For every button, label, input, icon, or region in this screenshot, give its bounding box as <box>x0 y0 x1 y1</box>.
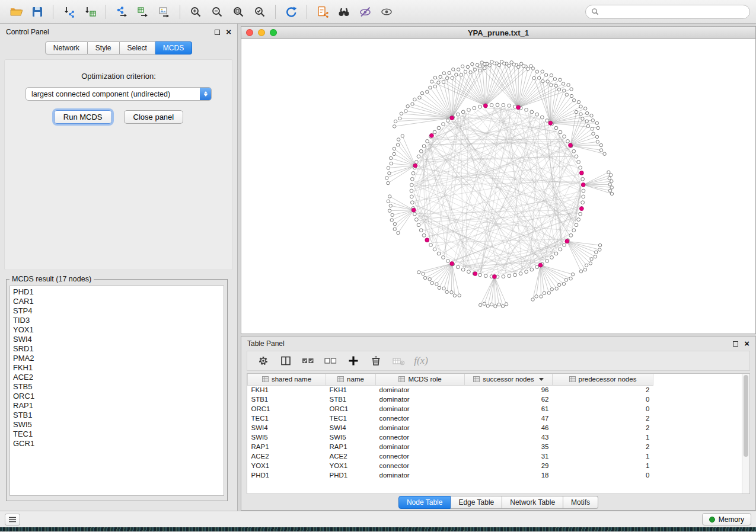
list-item[interactable]: GCR1 <box>13 439 221 448</box>
network-view-window: YPA_prune.txt_1 <box>241 26 756 334</box>
list-item[interactable]: STP4 <box>13 306 221 316</box>
list-item[interactable]: PHD1 <box>13 287 221 297</box>
zoom-fit-button[interactable] <box>228 3 248 21</box>
mcds-result-list[interactable]: PHD1 CAR1 STP4 TID3 YOX1 SWI4 SRD1 PMA2 … <box>9 286 224 496</box>
table-row[interactable]: SWI5 SWI5 connector 43 1 <box>248 432 742 442</box>
delete-table-button-disabled[interactable] <box>390 352 407 369</box>
search-field[interactable] <box>585 5 750 19</box>
network-from-document-button[interactable] <box>312 3 333 21</box>
table-row[interactable]: ACE2 ACE2 connector 31 1 <box>248 451 742 461</box>
minimize-window-icon[interactable] <box>258 29 265 36</box>
tab-select[interactable]: Select <box>120 41 155 55</box>
show-columns-button[interactable] <box>277 352 295 369</box>
right-column: YPA_prune.txt_1 Table Panel × <box>238 24 756 511</box>
column-header-predecessor-nodes[interactable]: predecessor nodes <box>553 374 653 385</box>
find-button[interactable] <box>334 3 354 21</box>
memory-button[interactable]: Memory <box>702 513 751 525</box>
table-row[interactable]: STB1 STB1 dominator 62 0 <box>248 395 742 404</box>
list-item[interactable]: SWI4 <box>13 335 221 344</box>
list-item[interactable]: ACE2 <box>13 373 221 382</box>
table-toolbar: f(x) <box>247 351 750 371</box>
save-session-button[interactable] <box>27 3 47 21</box>
deselect-all-icon <box>324 354 338 367</box>
table-row[interactable]: ORC1 ORC1 dominator 61 0 <box>248 404 742 414</box>
maximize-window-icon[interactable] <box>270 29 277 36</box>
tab-motifs[interactable]: Motifs <box>563 496 598 509</box>
tab-style[interactable]: Style <box>88 41 120 55</box>
list-item[interactable]: YOX1 <box>13 325 221 335</box>
column-header-mcds-role[interactable]: MCDS role <box>376 374 465 385</box>
zoom-in-icon <box>189 5 202 18</box>
list-item[interactable]: CAR1 <box>13 297 221 306</box>
tab-mcds[interactable]: MCDS <box>155 41 192 55</box>
list-item[interactable]: PMA2 <box>13 354 221 363</box>
list-item[interactable]: ORC1 <box>13 392 221 401</box>
zoom-selected-button[interactable] <box>250 3 270 21</box>
zoom-out-button[interactable] <box>207 3 227 21</box>
column-header-successor-nodes[interactable]: successor nodes <box>465 374 553 385</box>
save-icon <box>31 5 44 18</box>
network-graph[interactable] <box>241 39 755 332</box>
close-panel-button[interactable]: Close panel <box>124 110 184 124</box>
list-item[interactable]: SWI5 <box>13 420 221 430</box>
close-panel-icon[interactable]: × <box>744 341 749 347</box>
zoom-selected-icon <box>253 5 266 18</box>
float-panel-icon[interactable] <box>733 341 738 347</box>
export-table-button[interactable] <box>133 3 153 21</box>
scrollbar-thumb[interactable] <box>744 375 748 457</box>
hide-display-button[interactable] <box>355 3 375 21</box>
list-item[interactable]: STB1 <box>13 411 221 420</box>
run-mcds-button[interactable]: Run MCDS <box>54 110 112 124</box>
tab-edge-table[interactable]: Edge Table <box>451 496 502 509</box>
table-row[interactable]: TEC1 TEC1 connector 47 2 <box>248 414 742 423</box>
zoom-in-button[interactable] <box>186 3 206 21</box>
network-canvas[interactable] <box>241 39 755 334</box>
table-row[interactable]: PHD1 PHD1 dominator 18 0 <box>248 470 742 480</box>
float-panel-icon[interactable] <box>215 30 220 35</box>
control-panel-tabs: Network Style Select MCDS <box>45 41 192 55</box>
sort-icon <box>473 376 480 382</box>
list-item[interactable]: TID3 <box>13 316 221 325</box>
delete-column-button[interactable] <box>367 352 385 369</box>
show-display-button[interactable] <box>377 3 397 21</box>
export-network-button[interactable] <box>111 3 132 21</box>
sort-icon <box>569 376 576 382</box>
table-row[interactable]: RAP1 RAP1 dominator 35 2 <box>248 442 742 451</box>
table-row[interactable]: SWI4 SWI4 dominator 46 2 <box>248 423 742 432</box>
list-item[interactable]: SRD1 <box>13 344 221 354</box>
list-item[interactable]: RAP1 <box>13 401 221 411</box>
search-input[interactable] <box>602 8 744 16</box>
document-share-icon <box>316 5 329 18</box>
select-all-button[interactable] <box>299 352 317 369</box>
task-history-button[interactable] <box>5 514 20 525</box>
network-window-titlebar: YPA_prune.txt_1 <box>241 27 755 39</box>
export-image-button[interactable] <box>154 3 174 21</box>
function-builder-button-disabled[interactable]: f(x) <box>412 352 430 369</box>
binoculars-icon <box>337 5 350 18</box>
tab-network[interactable]: Network <box>45 41 88 55</box>
status-bar: Memory <box>0 511 756 527</box>
criterion-dropdown[interactable]: largest connected component (undirected) <box>25 87 212 101</box>
refresh-button[interactable] <box>281 3 301 21</box>
table-row[interactable]: FKH1 FKH1 dominator 96 2 <box>248 385 742 395</box>
import-table-button[interactable] <box>80 3 100 21</box>
list-item[interactable]: FKH1 <box>13 363 221 373</box>
table-scrollbar[interactable] <box>742 374 749 493</box>
import-network-button[interactable] <box>59 3 79 21</box>
deselect-all-button[interactable] <box>322 352 340 369</box>
dropdown-stepper-icon <box>200 88 211 100</box>
close-panel-icon[interactable]: × <box>226 29 231 35</box>
list-item[interactable]: STB5 <box>13 382 221 392</box>
open-session-button[interactable] <box>6 3 26 21</box>
list-item[interactable]: TEC1 <box>13 430 221 439</box>
column-header-name[interactable]: name <box>326 374 376 385</box>
memory-status-icon <box>709 517 715 523</box>
tab-network-table[interactable]: Network Table <box>502 496 563 509</box>
table-row[interactable]: YOX1 YOX1 connector 29 1 <box>248 461 742 470</box>
column-header-shared-name[interactable]: shared name <box>248 374 326 385</box>
close-window-icon[interactable] <box>246 29 253 36</box>
table-settings-button[interactable] <box>254 352 272 369</box>
mcds-result-group: MCDS result (17 nodes) PHD1 CAR1 STP4 TI… <box>6 275 228 501</box>
add-column-button[interactable] <box>344 352 362 369</box>
tab-node-table[interactable]: Node Table <box>398 496 451 509</box>
